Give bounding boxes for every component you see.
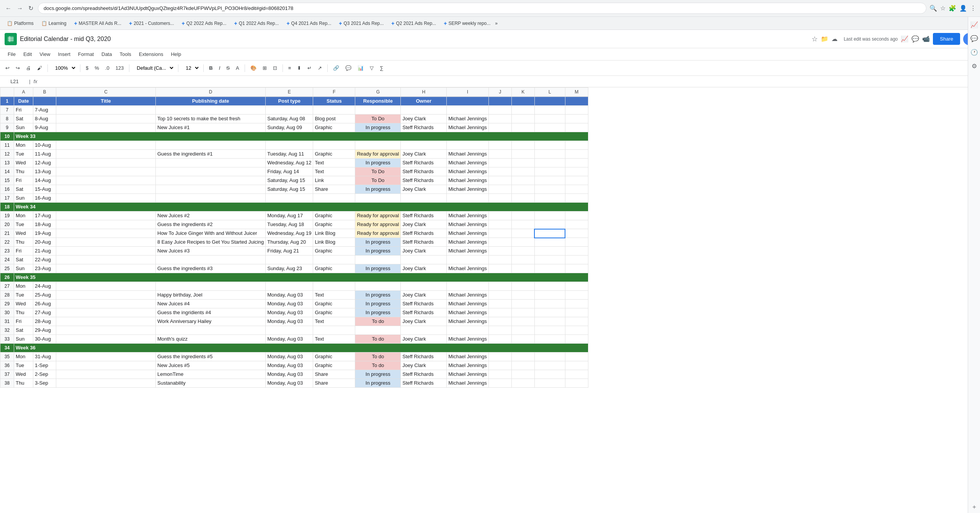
menu-file[interactable]: File (5, 50, 19, 59)
header-responsible[interactable]: Responsible (355, 97, 401, 106)
cell-date[interactable]: 29-Aug (33, 326, 56, 335)
cell-date[interactable]: 2-Sep (33, 370, 56, 379)
cell-day[interactable]: Thu (14, 379, 33, 388)
cell-day[interactable]: Sat (14, 185, 33, 194)
share-button[interactable]: Share (933, 33, 960, 45)
cell-title[interactable]: Guess the ingredients #5 (156, 352, 266, 361)
col-header-j[interactable]: J (488, 88, 511, 97)
cell-title[interactable]: Guess the ingredients #2 (156, 220, 266, 229)
cell-title[interactable]: LemonTime (156, 370, 266, 379)
col-header-b[interactable]: B (33, 88, 56, 97)
decimal-decrease-button[interactable]: .0 (103, 64, 112, 72)
cell-publishing-date[interactable]: Monday, Aug 03 (266, 370, 313, 379)
cell-responsible[interactable]: Joey Clark (401, 335, 447, 344)
row-number[interactable]: 22 (0, 238, 14, 247)
cell-publishing-date[interactable]: Friday, Aug 14 (266, 167, 313, 176)
cell-date[interactable]: 7-Aug (33, 106, 56, 115)
cell-owner[interactable]: Michael Jennings (447, 238, 488, 247)
redo-button[interactable]: ↪ (13, 64, 22, 72)
cell-publishing-date[interactable]: Monday, Aug 03 (266, 379, 313, 388)
cell-title[interactable] (156, 185, 266, 194)
cell-publishing-date[interactable] (266, 141, 313, 150)
cell-owner[interactable]: Michael Jennings (447, 291, 488, 300)
cell-date[interactable]: 31-Aug (33, 352, 56, 361)
cell-owner[interactable]: Michael Jennings (447, 150, 488, 159)
formula-input[interactable] (41, 79, 977, 84)
cell-publishing-date[interactable]: Sunday, Aug 23 (266, 264, 313, 273)
col-header-f[interactable]: F (313, 88, 355, 97)
bookmark-master[interactable]: + MASTER All Ads R... (71, 19, 124, 28)
star-icon[interactable]: ☆ (812, 35, 818, 43)
cell-publishing-date[interactable] (266, 194, 313, 203)
zoom-select[interactable]: 100% (51, 63, 77, 73)
cell-responsible[interactable] (401, 141, 447, 150)
cell-post-type[interactable]: Link Blog (313, 229, 355, 238)
cell-date[interactable]: 24-Aug (33, 282, 56, 291)
refresh-button[interactable]: ↻ (27, 3, 35, 13)
cell-post-type[interactable]: Link (313, 176, 355, 185)
italic-button[interactable]: I (217, 64, 223, 72)
cell-status[interactable]: In progress (355, 291, 401, 300)
bookmark-q2-2021[interactable]: + Q2 2021 Ads Rep... (388, 19, 439, 28)
cell-title[interactable] (156, 159, 266, 167)
cell-responsible[interactable]: Steff Richards (401, 176, 447, 185)
cell-publishing-date[interactable]: Tuesday, Aug 18 (266, 220, 313, 229)
cell-title[interactable] (156, 176, 266, 185)
row-number[interactable]: 7 (0, 106, 14, 115)
cell-owner[interactable] (447, 106, 488, 115)
cell-status[interactable]: In progress (355, 308, 401, 317)
cell-status[interactable]: To Do (355, 176, 401, 185)
cell-publishing-date[interactable]: Monday, Aug 03 (266, 352, 313, 361)
functions-button[interactable]: ∑ (377, 64, 385, 72)
cell-post-type[interactable]: Text (313, 335, 355, 344)
row-number[interactable]: 13 (0, 159, 14, 167)
row-number[interactable]: 1 (0, 97, 14, 106)
cell-owner[interactable]: Michael Jennings (447, 220, 488, 229)
cell-owner[interactable]: Michael Jennings (447, 123, 488, 132)
cell-date[interactable]: 8-Aug (33, 115, 56, 123)
cell-date[interactable]: 20-Aug (33, 238, 56, 247)
row-number[interactable]: 34 (0, 344, 14, 352)
cell-responsible[interactable] (401, 106, 447, 115)
cell-date[interactable]: 27-Aug (33, 308, 56, 317)
header-title[interactable]: Title (56, 97, 156, 106)
cell-post-type[interactable]: Text (313, 291, 355, 300)
cell-day[interactable]: Sun (14, 335, 33, 344)
col-header-h[interactable]: H (401, 88, 447, 97)
cell-title[interactable] (156, 106, 266, 115)
cell-publishing-date[interactable]: Monday, Aug 17 (266, 211, 313, 220)
cell-day[interactable]: Wed (14, 370, 33, 379)
cell-responsible[interactable] (401, 194, 447, 203)
cell-date[interactable]: 28-Aug (33, 317, 56, 326)
cell-owner[interactable]: Michael Jennings (447, 211, 488, 220)
cell-owner[interactable]: Michael Jennings (447, 229, 488, 238)
cell-publishing-date[interactable]: Monday, Aug 03 (266, 317, 313, 326)
cell-status[interactable]: In progress (355, 264, 401, 273)
more-bookmarks-icon[interactable]: » (495, 21, 498, 26)
cell-status[interactable]: To do (355, 352, 401, 361)
col-header-i[interactable]: I (447, 88, 488, 97)
row-number[interactable]: 9 (0, 123, 14, 132)
cell-post-type[interactable]: Graphic (313, 300, 355, 308)
cell-status[interactable]: To Do (355, 115, 401, 123)
cell-day[interactable]: Sat (14, 256, 33, 264)
decimal-increase-button[interactable]: 123 (113, 64, 126, 72)
col-header-c[interactable]: C (56, 88, 156, 97)
menu-help[interactable]: Help (168, 50, 184, 59)
row-number[interactable]: 18 (0, 203, 14, 211)
row-number[interactable]: 33 (0, 335, 14, 344)
menu-tools[interactable]: Tools (116, 50, 134, 59)
cell-day[interactable]: Fri (14, 247, 33, 256)
row-number[interactable]: 8 (0, 115, 14, 123)
cell-publishing-date[interactable]: Thursday, Aug 20 (266, 238, 313, 247)
right-panel-settings-icon[interactable]: ⚙ (970, 61, 979, 70)
cell-reference-input[interactable] (3, 79, 26, 84)
cell-responsible[interactable]: Steff Richards (401, 229, 447, 238)
cell-post-type[interactable] (313, 106, 355, 115)
cell-publishing-date[interactable]: Tuesday, Aug 11 (266, 150, 313, 159)
cell-date[interactable]: 3-Sep (33, 379, 56, 388)
row-number[interactable]: 25 (0, 264, 14, 273)
cell-owner[interactable]: Michael Jennings (447, 167, 488, 176)
cell-responsible[interactable]: Joey Clark (401, 317, 447, 326)
row-number[interactable]: 28 (0, 291, 14, 300)
